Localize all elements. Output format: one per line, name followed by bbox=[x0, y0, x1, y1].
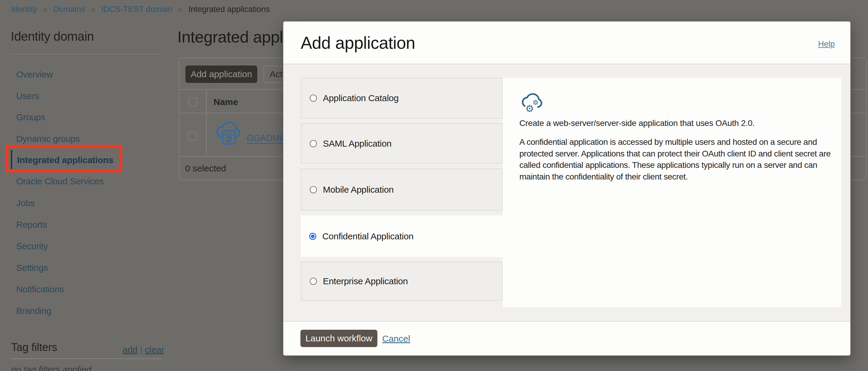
add-application-button[interactable]: Add application bbox=[185, 66, 257, 83]
radio-selected-icon[interactable] bbox=[309, 233, 316, 240]
sidebar-item-users[interactable]: Users bbox=[16, 92, 39, 101]
breadcrumb-idcs-test-domain[interactable]: IDCS-TEST domain bbox=[101, 5, 173, 14]
breadcrumb-separator: » bbox=[91, 5, 95, 14]
sidebar-item-branding[interactable]: Branding bbox=[16, 306, 52, 315]
help-link[interactable]: Help bbox=[818, 39, 835, 49]
row-checkbox[interactable] bbox=[188, 132, 197, 141]
app-name-link[interactable]: GGADMIN bbox=[247, 133, 288, 144]
screen: Identity » Domains » IDCS-TEST domain » … bbox=[0, 0, 868, 371]
radio-icon[interactable] bbox=[310, 186, 317, 193]
radio-icon[interactable] bbox=[310, 278, 317, 285]
red-highlight-annotation bbox=[5, 145, 122, 172]
table-column-divider bbox=[206, 89, 207, 157]
sidebar-item-security[interactable]: Security bbox=[16, 242, 48, 251]
sidebar-divider bbox=[11, 54, 161, 55]
radio-icon[interactable] bbox=[310, 95, 317, 102]
cloud-app-icon bbox=[213, 120, 241, 147]
breadcrumb-identity[interactable]: Identity bbox=[11, 5, 37, 14]
sidebar-item-jobs[interactable]: Jobs bbox=[16, 199, 35, 208]
tag-filters-title: Tag filters bbox=[11, 341, 57, 353]
option-saml-application[interactable]: SAML Application bbox=[301, 123, 503, 164]
add-application-modal: Add application Help Application Catalog… bbox=[283, 22, 850, 356]
sidebar-item-notifications[interactable]: Notifications bbox=[16, 285, 64, 294]
sidebar-item-oracle-cloud-services[interactable]: Oracle Cloud Services bbox=[16, 177, 104, 186]
tag-filters-divider bbox=[11, 359, 161, 359]
breadcrumb-current-page: Integrated applications bbox=[188, 5, 270, 14]
sidebar-item-dynamic-groups[interactable]: Dynamic groups bbox=[16, 134, 80, 143]
tag-filters-links-divider: | bbox=[140, 345, 142, 355]
sidebar-item-groups[interactable]: Groups bbox=[16, 113, 45, 122]
option-label: Enterprise Application bbox=[323, 276, 408, 286]
option-application-catalog[interactable]: Application Catalog bbox=[301, 78, 503, 119]
radio-icon[interactable] bbox=[310, 140, 317, 147]
breadcrumb: Identity » Domains » IDCS-TEST domain » … bbox=[11, 5, 270, 14]
modal-footer: Launch workflow Cancel bbox=[283, 321, 850, 356]
tag-filters-empty-text: no tag filters applied bbox=[11, 364, 92, 371]
option-enterprise-application[interactable]: Enterprise Application bbox=[301, 262, 503, 301]
sidebar-item-reports[interactable]: Reports bbox=[16, 220, 47, 229]
option-label: Mobile Application bbox=[323, 184, 394, 195]
select-all-checkbox[interactable] bbox=[188, 98, 197, 106]
name-column-header: Name bbox=[214, 97, 238, 107]
tag-filter-actions: add | clear bbox=[123, 345, 164, 355]
cloud-gear-icon: ⚙ ⚙ bbox=[519, 91, 545, 116]
option-summary: Create a web-server/server-side applicat… bbox=[519, 119, 754, 128]
breadcrumb-separator: » bbox=[178, 5, 182, 14]
option-detail-panel: ⚙ ⚙ Create a web-server/server-side appl… bbox=[503, 78, 841, 307]
modal-header: Add application Help bbox=[283, 22, 850, 64]
cancel-link[interactable]: Cancel bbox=[382, 334, 410, 344]
breadcrumb-separator: » bbox=[43, 5, 47, 14]
tag-filters-add-link[interactable]: add bbox=[123, 345, 137, 355]
option-mobile-application[interactable]: Mobile Application bbox=[301, 168, 503, 211]
launch-workflow-button[interactable]: Launch workflow bbox=[301, 330, 377, 347]
option-label: SAML Application bbox=[323, 138, 392, 149]
svg-text:⚙: ⚙ bbox=[525, 103, 534, 114]
option-label: Application Catalog bbox=[323, 93, 399, 103]
option-description: A confidential application is accessed b… bbox=[519, 136, 832, 182]
selected-count: 0 selected bbox=[185, 163, 226, 173]
sidebar-item-settings[interactable]: Settings bbox=[16, 263, 48, 272]
tag-filters-clear-link[interactable]: clear bbox=[145, 345, 164, 355]
sidebar-title: Identity domain bbox=[11, 29, 94, 44]
option-label: Confidential Application bbox=[322, 231, 414, 241]
modal-title: Add application bbox=[301, 33, 415, 53]
breadcrumb-domains[interactable]: Domains bbox=[53, 5, 85, 14]
sidebar-item-overview[interactable]: Overview bbox=[16, 70, 53, 79]
option-confidential-application[interactable]: Confidential Application bbox=[301, 215, 503, 257]
